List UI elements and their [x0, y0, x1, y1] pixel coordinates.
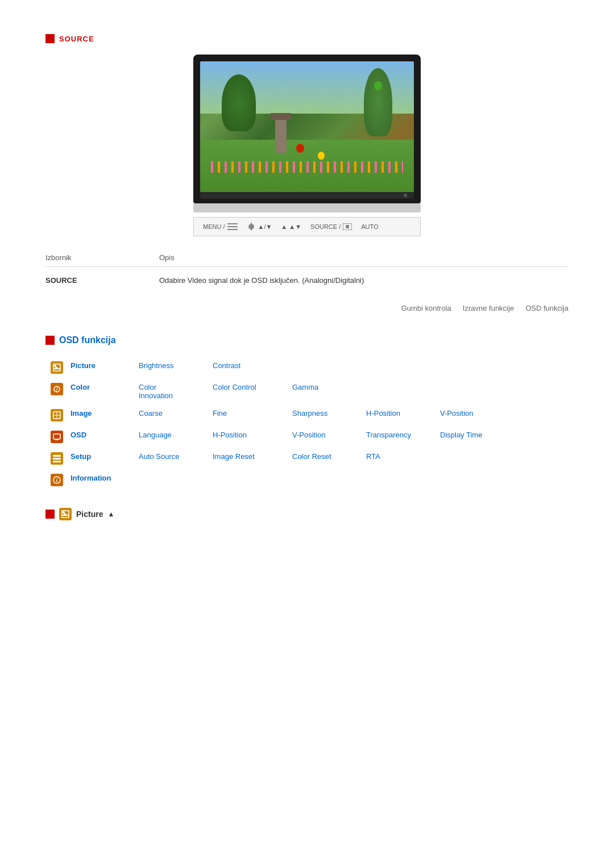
empty-5	[438, 378, 512, 404]
link-fine[interactable]: Fine	[210, 404, 290, 426]
table-row: SOURCE Odabire Video signal dok je OSD i…	[45, 274, 569, 287]
link-sharpness[interactable]: Sharpness	[290, 404, 364, 426]
svg-marker-24	[62, 513, 69, 516]
monitor-stand	[193, 203, 421, 212]
svg-point-9	[54, 365, 56, 367]
color-menu-icon	[51, 383, 63, 395]
label-information[interactable]: Information	[68, 469, 136, 491]
svg-marker-10	[53, 366, 60, 369]
nav-links: Gumbi kontrola Izravne funkcije OSD funk…	[45, 304, 569, 312]
svg-point-3	[248, 224, 254, 229]
icon-osd	[45, 426, 68, 448]
source-icon	[45, 34, 55, 43]
osd-icon	[45, 336, 55, 345]
empty-11	[438, 469, 512, 491]
link-transparency[interactable]: Transparency	[364, 426, 438, 448]
table-header: Izbornik Opis	[45, 253, 569, 267]
svg-rect-19	[53, 461, 61, 462]
svg-rect-1	[227, 226, 238, 227]
svg-rect-18	[53, 458, 61, 460]
picture-nav: Picture ▲	[45, 508, 569, 520]
row-col2: Odabire Video signal dok je OSD isključe…	[159, 276, 569, 285]
link-image-reset[interactable]: Image Reset	[210, 448, 290, 469]
link-color-reset[interactable]: Color Reset	[290, 448, 364, 469]
icon-image	[45, 404, 68, 426]
label-setup[interactable]: Setup	[68, 448, 136, 469]
empty-3	[438, 357, 512, 378]
link-v-position-osd[interactable]: V-Position	[290, 426, 364, 448]
info-menu-icon: i	[51, 474, 63, 486]
link-auto-source[interactable]: Auto Source	[136, 448, 210, 469]
link-language[interactable]: Language	[136, 426, 210, 448]
monitor-screen	[200, 61, 414, 192]
nav-icon-left	[45, 510, 55, 519]
label-color[interactable]: Color	[68, 378, 136, 404]
nav-link-osd[interactable]: OSD funkcija	[525, 304, 569, 312]
label-picture[interactable]: Picture	[68, 357, 136, 378]
label-osd[interactable]: OSD	[68, 426, 136, 448]
label-image[interactable]: Image	[68, 404, 136, 426]
link-h-position-osd[interactable]: H-Position	[210, 426, 290, 448]
osd-menu-icon	[51, 431, 63, 443]
monitor-bottom	[200, 192, 414, 199]
header-col2: Opis	[159, 253, 569, 262]
empty-7	[136, 469, 210, 491]
image-menu-icon	[51, 409, 63, 422]
link-brightness[interactable]: Brightness	[136, 357, 210, 378]
control-auto: AUTO	[361, 223, 378, 230]
icon-setup	[45, 448, 68, 469]
control-source: SOURCE /	[310, 223, 352, 230]
control-bar: MENU / ▲/▼ ▲ ▲▼ SOURCE / AUTO	[193, 217, 421, 236]
link-contrast[interactable]: Contrast	[210, 357, 290, 378]
empty-10	[364, 469, 438, 491]
picture-nav-label[interactable]: Picture	[76, 510, 103, 519]
monitor-frame	[193, 55, 421, 203]
link-v-position-image[interactable]: V-Position	[438, 404, 512, 426]
link-rta[interactable]: RTA	[364, 448, 438, 469]
empty-9	[290, 469, 364, 491]
empty-2	[364, 357, 438, 378]
source-section-header: SOURCE	[45, 34, 569, 43]
nav-link-gumbi[interactable]: Gumbi kontrola	[401, 304, 451, 312]
link-display-time[interactable]: Display Time	[438, 426, 512, 448]
link-h-position-image[interactable]: H-Position	[364, 404, 438, 426]
svg-text:i: i	[56, 478, 58, 483]
link-color-innovation[interactable]: ColorInnovation	[136, 378, 210, 404]
empty-6	[438, 448, 512, 469]
osd-title: OSD funkcija	[59, 335, 116, 345]
osd-section-header: OSD funkcija	[45, 335, 569, 345]
svg-rect-17	[53, 455, 61, 457]
row-col1: SOURCE	[45, 276, 159, 285]
icon-color	[45, 378, 68, 404]
icon-information: i	[45, 469, 68, 491]
header-col1: Izbornik	[45, 253, 159, 262]
link-color-control[interactable]: Color Control	[210, 378, 290, 404]
empty-4	[364, 378, 438, 404]
svg-rect-2	[227, 229, 238, 230]
empty-1	[290, 357, 364, 378]
nav-link-izravne[interactable]: Izravne funkcije	[463, 304, 514, 312]
svg-rect-15	[53, 434, 60, 439]
link-coarse[interactable]: Coarse	[136, 404, 210, 426]
picture-nav-icon	[59, 508, 72, 520]
picture-nav-arrow: ▲	[107, 510, 114, 518]
svg-rect-7	[346, 225, 349, 228]
control-menu: MENU /	[203, 223, 238, 230]
icon-picture	[45, 357, 68, 378]
empty-8	[210, 469, 290, 491]
svg-rect-0	[227, 223, 238, 224]
control-position: ▲ ▲▼	[281, 223, 301, 230]
setup-menu-icon	[51, 452, 63, 465]
info-table: Izbornik Opis SOURCE Odabire Video signa…	[45, 253, 569, 287]
source-title: SOURCE	[59, 35, 94, 43]
picture-menu-icon	[51, 361, 63, 374]
control-brightness: ▲/▼	[247, 222, 272, 231]
link-gamma[interactable]: Gamma	[290, 378, 364, 404]
monitor-container: MENU / ▲/▼ ▲ ▲▼ SOURCE / AUTO	[45, 55, 569, 236]
menu-grid: Picture Brightness Contrast Color ColorI…	[45, 357, 569, 491]
svg-point-23	[63, 511, 65, 514]
